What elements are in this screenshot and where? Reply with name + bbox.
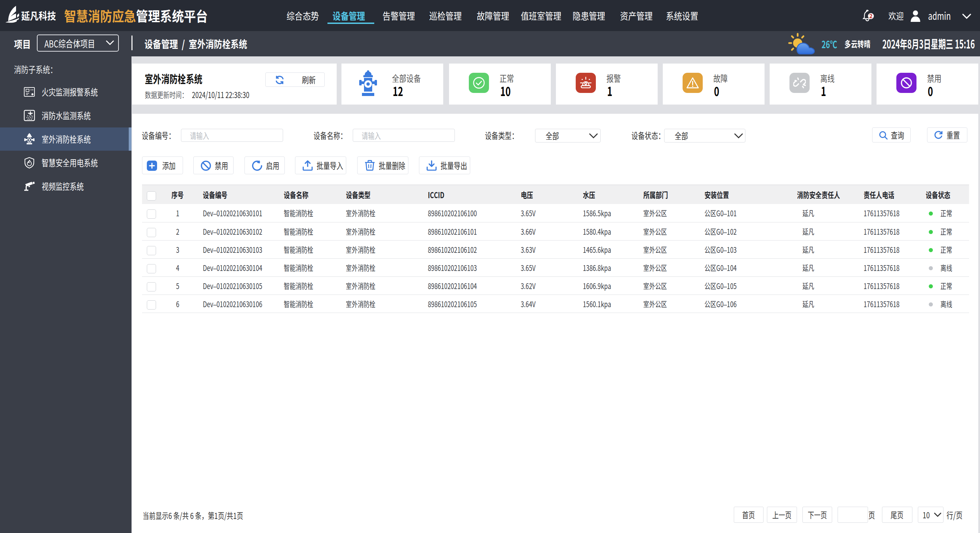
- svg-text:2: 2: [869, 12, 872, 20]
